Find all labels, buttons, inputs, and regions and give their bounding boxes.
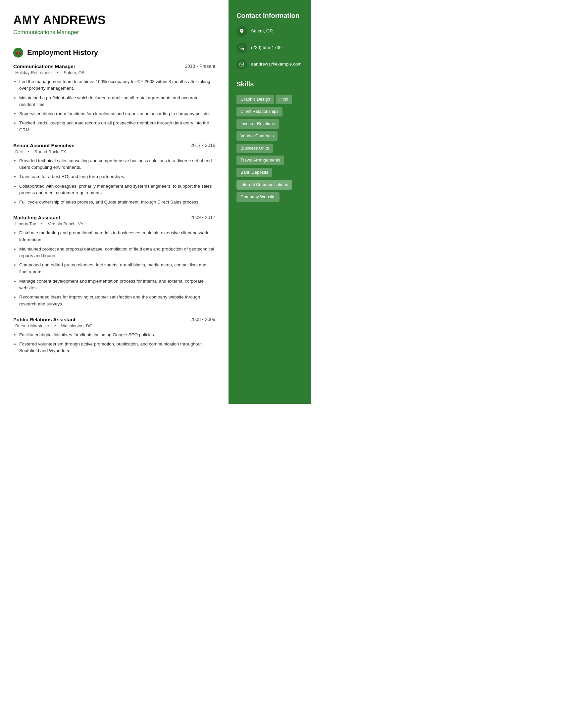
skill-company-website: Company Website [236,192,279,202]
job-title-3: Marketing Assistant [13,215,60,220]
candidate-title: Communications Manager [13,29,215,36]
job-dates-3: 2009 - 2017 [190,215,215,220]
skill-internal-communications: Internal Communications [236,180,292,190]
job-bullets-2: Provided technical sales consulting and … [13,158,215,206]
employment-icon: 💼 [13,48,23,58]
phone-icon [236,43,247,53]
bullet: Facilitated digital initiatives for clie… [19,332,215,338]
contact-email-text: aandrews@example.com [251,59,302,68]
bullet: Led the management team to achieve 100% … [19,78,215,92]
contact-location: Salem, OR [236,26,304,37]
bullet: Composed and edited press releases, fact… [19,262,215,275]
svg-rect-0 [240,63,244,66]
job-company-4: Burson-Marsteller • Washington, DC [13,323,215,328]
bullet: Maintained a proficient office which inc… [19,95,215,108]
contact-section-title: Contact Information [236,12,304,20]
skill-travel-arrangements: Travel Arrangements [236,156,284,165]
bullet: Distribute marketing and promotional mat… [19,230,215,243]
email-icon [236,59,247,70]
contact-location-text: Salem, OR [251,26,273,34]
job-dates-2: 2017 - 2018 [190,143,215,148]
job-header-2: Senior Account Executive 2017 - 2018 [13,143,215,148]
job-bullets-1: Led the management team to achieve 100% … [13,78,215,133]
employment-section-title: Employment History [27,48,98,57]
job-bullets-3: Distribute marketing and promotional mat… [13,230,215,307]
location-icon [236,26,247,37]
contact-email: aandrews@example.com [236,59,304,70]
candidate-name: AMY ANDREWS [13,13,215,27]
employment-section-header: 💼 Employment History [13,48,215,58]
job-header-4: Public Relations Assistant 2008 - 2009 [13,317,215,322]
contact-phone-text: (220) 555-1730 [251,43,282,51]
bullet: Full cycle ownership of sales process, a… [19,199,215,205]
skill-graphic-design: Graphic Design [236,95,274,104]
skill-client-relationships: Client Relationships [236,107,283,116]
skill-business-units: Business Units [236,144,273,153]
job-block-2: Senior Account Executive 2017 - 2018 Del… [13,143,215,206]
job-title-4: Public Relations Assistant [13,317,75,322]
skills-container: Graphic Design Html Client Relationships… [236,95,304,205]
right-panel: Contact Information Salem, OR (220) 555-… [228,0,311,404]
bullet: Manage content development and implement… [19,278,215,292]
job-title-2: Senior Account Executive [13,143,74,148]
skill-html: Html [275,95,293,104]
bullet: Train team for a best ROI and long term … [19,173,215,180]
job-header-1: Communications Manager 2018 - Present [13,64,215,69]
bullet: Tracked leads, keeping accurate records … [19,120,215,133]
skills-section: Skills Graphic Design Html Client Relati… [236,80,304,205]
job-company-3: Liberty Tax • Virginia Beach, VA [13,221,215,226]
job-bullets-4: Facilitated digital initiatives for clie… [13,332,215,354]
skills-section-title: Skills [236,80,304,88]
skill-vendor-contracts: Vendor Contracts [236,131,277,141]
bullet: Collaborated with colleagues, primarily … [19,183,215,197]
bullet: Supervised dining room functions for cle… [19,111,215,117]
job-title-1: Communications Manager [13,64,75,69]
contact-phone: (220) 555-1730 [236,43,304,53]
job-dates-1: 2018 - Present [185,64,215,69]
bullet: Recommended ideas for improving customer… [19,294,215,307]
job-dates-4: 2008 - 2009 [190,317,215,322]
job-header-3: Marketing Assistant 2009 - 2017 [13,215,215,220]
job-block-1: Communications Manager 2018 - Present Ho… [13,64,215,133]
bullet: Fostered volunteerism through active pro… [19,341,215,354]
skill-investor-relations: Investor Relations [236,119,279,129]
left-panel: AMY ANDREWS Communications Manager 💼 Emp… [0,0,228,404]
job-block-3: Marketing Assistant 2009 - 2017 Liberty … [13,215,215,307]
bullet: Maintained project and proposal database… [19,246,215,259]
job-block-4: Public Relations Assistant 2008 - 2009 B… [13,317,215,354]
skill-bank-deposits: Bank Deposits [236,168,272,177]
job-company-2: Dell • Round Rock, TX [13,149,215,154]
job-company-1: Holiday Retirement • Salem, OR [13,70,215,75]
bullet: Provided technical sales consulting and … [19,158,215,171]
